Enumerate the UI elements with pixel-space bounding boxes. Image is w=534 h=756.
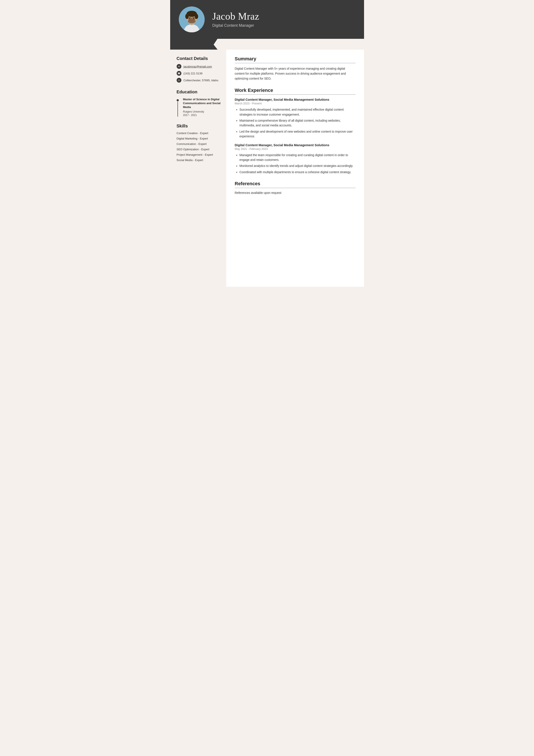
work-experience-section: Work Experience Digital Content Manager,…	[235, 88, 355, 175]
job-bullet-item: Monitored analytics to identify trends a…	[240, 163, 355, 168]
job-bullet-item: Led the design and development of new we…	[240, 129, 355, 139]
chevron-arrow	[209, 39, 217, 50]
skills-section-title: Skills	[177, 123, 221, 128]
header-text-block: Jacob Mraz Digital Content Manager	[213, 11, 259, 28]
references-section: References References available upon req…	[235, 181, 355, 195]
svg-point-12	[189, 18, 191, 19]
job-dates: March 2023 - Present	[235, 102, 355, 105]
phone-icon: ☎	[177, 71, 181, 76]
candidate-title: Digital Content Manager	[213, 23, 259, 28]
references-text: References available upon request	[235, 191, 355, 195]
references-title: References	[235, 181, 355, 186]
edu-years: 2017 - 2021	[183, 114, 221, 117]
job-bullet-item: Maintained a comprehensive library of al…	[240, 118, 355, 128]
avatar	[179, 7, 205, 32]
job-bullet-item: Coordinated with multiple departments to…	[240, 170, 355, 175]
job-bullets: Successfully developed, implemented, and…	[235, 107, 355, 139]
jobs-list: Digital Content Manager, Social Media Ma…	[235, 98, 355, 175]
phone-value: (143) 221 5139	[184, 72, 202, 75]
edu-bullet	[177, 99, 179, 101]
email-item: ✉ jacobmraz@gmail.com	[177, 64, 221, 69]
job-bullet-item: Successfully developed, implemented, and…	[240, 107, 355, 117]
job-title: Digital Content Manager, Social Media Ma…	[235, 143, 355, 147]
contact-section-title: Contact Details	[177, 56, 221, 61]
chevron-decoration	[170, 39, 364, 50]
edu-school: Rutgers University	[183, 110, 221, 113]
education-section-title: Education	[177, 90, 221, 94]
work-experience-title: Work Experience	[235, 88, 355, 93]
job-bullet-item: Managed the team responsible for creatin…	[240, 153, 355, 162]
summary-title: Summary	[235, 56, 355, 62]
main-layout: Contact Details ✉ jacobmraz@gmail.com ☎ …	[170, 50, 364, 287]
skill-item: SEO Optimization - Expert	[177, 148, 221, 151]
resume-header: Jacob Mraz Digital Content Manager	[170, 0, 364, 39]
job-entry: Digital Content Manager, Social Media Ma…	[235, 98, 355, 139]
summary-text: Digital Content Manager with 5+ years of…	[235, 66, 355, 81]
email-value[interactable]: jacobmraz@gmail.com	[184, 65, 212, 68]
location-value: Collierchester, 57695, Idaho	[184, 79, 218, 82]
skill-item: Communication - Expert	[177, 142, 221, 146]
location-icon: ⊙	[177, 78, 181, 83]
education-section: Education Master of Science in Digital C…	[177, 90, 221, 117]
edu-degree: Master of Science in Digital Communicati…	[183, 97, 221, 109]
job-bullets: Managed the team responsible for creatin…	[235, 153, 355, 175]
skills-list: Content Creation - ExpertDigital Marketi…	[177, 131, 221, 162]
contact-section: Contact Details ✉ jacobmraz@gmail.com ☎ …	[177, 56, 221, 83]
summary-divider	[235, 63, 355, 63]
summary-section: Summary Digital Content Manager with 5+ …	[235, 56, 355, 81]
location-item: ⊙ Collierchester, 57695, Idaho	[177, 78, 221, 83]
skill-item: Social Media - Expert	[177, 158, 221, 162]
candidate-name: Jacob Mraz	[213, 11, 259, 22]
main-content: Summary Digital Content Manager with 5+ …	[226, 50, 364, 287]
svg-point-13	[193, 18, 194, 19]
skill-item: Project Management - Expert	[177, 153, 221, 156]
sidebar: Contact Details ✉ jacobmraz@gmail.com ☎ …	[170, 50, 226, 287]
skills-section: Skills Content Creation - ExpertDigital …	[177, 123, 221, 162]
skill-item: Content Creation - Expert	[177, 131, 221, 135]
skill-item: Digital Marketing - Expert	[177, 137, 221, 140]
education-item: Master of Science in Digital Communicati…	[177, 97, 221, 117]
job-title: Digital Content Manager, Social Media Ma…	[235, 98, 355, 101]
email-icon: ✉	[177, 64, 181, 69]
job-entry: Digital Content Manager, Social Media Ma…	[235, 143, 355, 175]
references-divider	[235, 188, 355, 188]
job-dates: May 2021 - February 2023	[235, 147, 355, 150]
phone-item: ☎ (143) 221 5139	[177, 71, 221, 76]
